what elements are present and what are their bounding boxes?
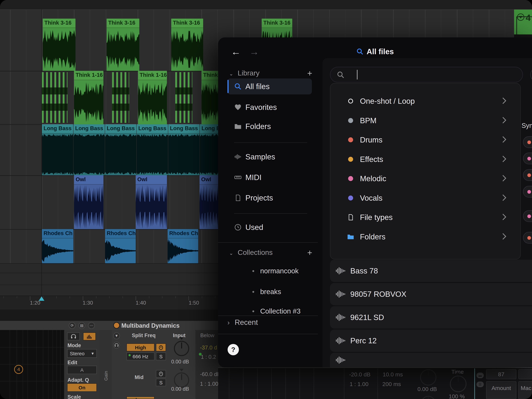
sidebar-item-samples[interactable]: Samples	[228, 149, 312, 165]
track4-header[interactable]: 4	[514, 9, 532, 34]
device-headphone-button[interactable]	[113, 342, 120, 348]
sidebar-item-projects[interactable]: Projects	[228, 190, 312, 206]
comp-threshold[interactable]: -20.0 dB	[349, 371, 371, 378]
edit-ab-button[interactable]: A	[67, 366, 97, 374]
sidebar-item-midi[interactable]: MIDI	[228, 169, 312, 185]
clip-rhodes-ch[interactable]: Rhodes Ch	[42, 229, 73, 263]
category-file-types[interactable]: File types	[330, 208, 520, 227]
spectrum-button[interactable]	[83, 332, 96, 340]
sliced-clip-cluster[interactable]	[175, 72, 192, 123]
clip-long-bass[interactable]: Long Bass	[42, 124, 73, 175]
below-threshold2[interactable]: -60.0 dB	[200, 371, 221, 377]
result-row[interactable]: 98057 ROBVOX One-shot	[330, 283, 532, 305]
amount-box[interactable]: Amount	[486, 381, 516, 399]
output-knob[interactable]	[420, 369, 437, 386]
add-library-button[interactable]: +	[307, 68, 312, 78]
result-row[interactable]: 9621L SD One-shot	[330, 306, 532, 329]
playhead-marker[interactable]	[39, 296, 44, 301]
clip-think-3-16[interactable]: Think 3-16	[171, 19, 203, 71]
category-bpm[interactable]: BPM	[330, 111, 520, 130]
clip-owl[interactable]: Owl	[74, 175, 103, 229]
result-row[interactable]: Bass 78 One-shot	[330, 260, 532, 282]
more-options-button[interactable]: ⋯	[88, 322, 95, 329]
clip-think-3-16[interactable]: Think 3-16	[43, 19, 76, 71]
save-button[interactable]: ▤	[78, 322, 85, 329]
time-percent[interactable]: 100 %	[449, 393, 465, 399]
high-power-button[interactable]	[156, 343, 166, 351]
high-band-button[interactable]: High	[127, 343, 154, 351]
sidebar-item-recent[interactable]: › Recent	[228, 318, 310, 327]
collections-header[interactable]: ⌄ Collections +	[229, 248, 312, 257]
input-knob[interactable]	[174, 341, 189, 356]
sidebar-item-all-files[interactable]: All files	[228, 78, 312, 95]
clip-long-bass[interactable]: Long Bass	[105, 124, 136, 175]
eq-node-4[interactable]: 4	[14, 365, 23, 374]
clip-owl[interactable]: Owl	[200, 175, 218, 229]
clip-owl[interactable]: Owl	[136, 175, 167, 229]
below-threshold[interactable]: -37.0 d	[200, 344, 217, 351]
clip-rhodes-ch[interactable]: Rhodes Ch	[168, 229, 198, 263]
collection-item-normancook[interactable]: normancook	[228, 263, 312, 279]
attack-value[interactable]: 10.0 ms	[383, 371, 403, 378]
mode-select[interactable]: Stereo ▼	[67, 349, 97, 358]
clip-long-bass[interactable]: Long Bass	[168, 124, 200, 175]
sidebar-divider	[218, 242, 318, 243]
high-solo-button[interactable]: S	[156, 352, 166, 360]
macro-value-box[interactable]: 87	[486, 369, 516, 379]
below-ratio[interactable]: 1 : 0.2	[201, 354, 216, 360]
collection-item-label: breaks	[260, 288, 281, 296]
input-db-value[interactable]: 0.00 dB	[171, 359, 189, 365]
result-row-partial[interactable]	[330, 353, 532, 367]
clip-think-1-16[interactable]: Think 1-16	[138, 71, 167, 124]
mid-solo-button[interactable]: S	[156, 379, 166, 386]
sidebar-item-favorites[interactable]: Favorites	[228, 99, 312, 115]
category-one-shot-loop[interactable]: One-shot / Loop	[330, 91, 520, 111]
sliced-clip-cluster[interactable]	[112, 72, 129, 123]
headphone-button[interactable]	[67, 332, 80, 340]
macro-value-box-2[interactable]	[518, 369, 532, 379]
device-activator[interactable]	[113, 322, 120, 329]
clip-header: Think 3-16	[43, 19, 76, 28]
high-freq-value[interactable]: 666 Hz	[127, 352, 154, 360]
sidebar-item-folders[interactable]: Folders	[228, 118, 312, 134]
mid-power-button[interactable]	[156, 370, 166, 378]
search-input[interactable]	[330, 67, 523, 82]
category-drums[interactable]: Drums	[330, 130, 520, 149]
sync-button[interactable]: ⟳	[69, 322, 76, 329]
clip-think-1-16[interactable]: Think	[202, 71, 218, 124]
clip-think-1-16[interactable]: Think 1-16	[74, 71, 103, 124]
category-melodic[interactable]: Melodic	[330, 169, 520, 188]
clip-long-bass[interactable]: Long Bass	[74, 124, 105, 175]
library-header[interactable]: ⌄ Library +	[229, 69, 312, 77]
extra-knob[interactable]	[421, 396, 435, 399]
output-db[interactable]: 0.00 dB	[418, 386, 437, 392]
clip-long-bass[interactable]: Long B	[200, 124, 218, 175]
release-value[interactable]: 200 ms	[382, 381, 401, 387]
category-vocals[interactable]: Vocals	[330, 188, 520, 208]
collapse-button[interactable]: ▬	[476, 373, 484, 378]
eq-display[interactable]	[0, 330, 64, 399]
collection-item-collection-3[interactable]: Collection #3	[228, 303, 312, 316]
help-button[interactable]: ?	[228, 344, 239, 355]
clip-think-3-16[interactable]: Think 3-16	[107, 19, 139, 71]
result-row[interactable]: Perc 12 Loop	[330, 329, 532, 352]
below-ratio2[interactable]: 1 : 1.00	[200, 381, 218, 387]
clip-long-bass[interactable]: Long Bass	[137, 124, 168, 175]
device-fold-button[interactable]: ▼	[113, 332, 120, 339]
comp-ratio[interactable]: 1 : 1.00	[350, 381, 368, 387]
category-effects[interactable]: Effects	[330, 149, 520, 169]
clip-rhodes-ch[interactable]: Rhodes Ch	[105, 229, 136, 263]
low-band-button[interactable]: Low	[127, 397, 154, 399]
sliced-clip-cluster[interactable]	[42, 72, 68, 123]
mid-knob[interactable]	[174, 372, 189, 388]
add-collection-button[interactable]: +	[307, 248, 312, 258]
mid-db-value[interactable]: 0.00 dB	[171, 386, 189, 392]
background-badge-dot-icon	[527, 215, 531, 218]
category-folders[interactable]: Folders	[330, 227, 520, 246]
time-knob[interactable]	[450, 376, 467, 392]
adaptq-toggle[interactable]: On	[67, 383, 97, 392]
mac-box[interactable]: Mac	[518, 381, 532, 399]
collection-item-breaks[interactable]: breaks	[228, 284, 312, 300]
list-view-button[interactable]: ☰	[476, 381, 484, 387]
sidebar-item-used[interactable]: Used	[228, 219, 312, 235]
